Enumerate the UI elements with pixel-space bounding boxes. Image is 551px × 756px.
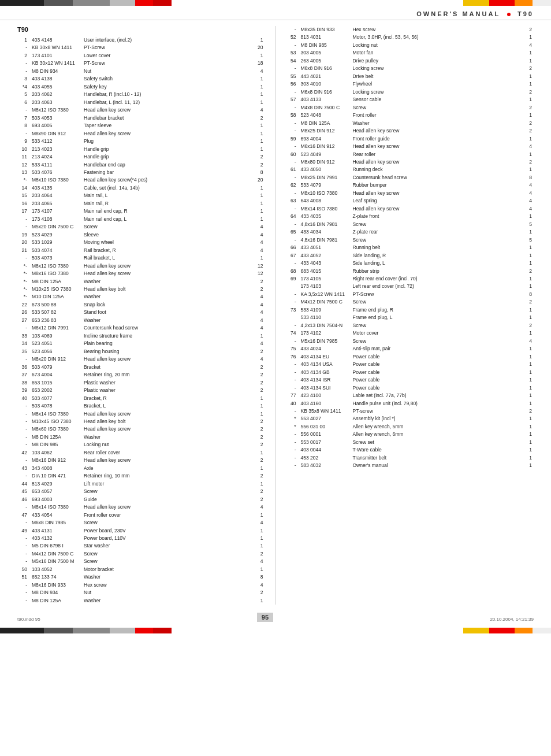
part-num: 15 (17, 192, 30, 199)
part-num: 16 (17, 200, 30, 207)
table-row: 75 433 4024 Anti-slip mat, pair 1 (286, 345, 534, 353)
part-desc: Cable, set (incl. 14a, 14b) (82, 184, 254, 192)
part-desc: Screw (351, 338, 523, 345)
part-qty: 1 (522, 166, 534, 173)
table-row: - 453 202 Transmitter belt 1 (286, 454, 534, 462)
part-num: 27 (17, 317, 30, 324)
part-desc: Power cable (351, 369, 523, 376)
bar-bot-2 (44, 628, 73, 633)
table-row: - 553 0017 Screw set 1 (286, 439, 534, 446)
part-num: - (286, 298, 299, 306)
table-row: 73 533 4109 Frame end plug, R 1 (286, 306, 534, 314)
part-qty: 1 (254, 207, 265, 215)
bar-seg-2 (44, 0, 73, 6)
part-qty: 1 (522, 96, 534, 103)
part-desc: Power board, 230V (82, 527, 254, 535)
table-row: - M8 DIN 934 Nut 4 (17, 68, 265, 75)
part-number: M5x16 DIN 7500 M (30, 558, 82, 565)
table-row: 77 423 4100 Lable set (incl. 77a, 77b) 1 (286, 392, 534, 399)
part-desc: Plastic washer (82, 379, 254, 387)
footer: t90.indd 95 95 20.10.2004, 14:21:39 (0, 610, 551, 627)
table-row: - M8x90 DIN 912 Head allen key screw 1 (17, 130, 265, 138)
part-num: - (17, 355, 30, 363)
part-num: - (286, 260, 299, 267)
part-num: - (17, 130, 30, 138)
part-desc: Frame end plug, R (351, 306, 523, 314)
part-num: 73 (286, 306, 299, 314)
part-desc: Rubber bumper (351, 181, 523, 189)
part-number: 813 4031 (299, 34, 351, 41)
part-qty: 2 (522, 322, 534, 329)
part-qty: 1 (254, 465, 265, 472)
part-number: 213 4023 (30, 146, 82, 153)
table-row: * 553 4027 Assembly kit (incl *) 1 (286, 415, 534, 423)
part-number: 433 4052 (299, 252, 351, 260)
part-number: 433 4050 (299, 166, 351, 173)
part-qty: 1 (522, 369, 534, 376)
part-number: 433 4035 (299, 213, 351, 220)
part-desc: Incline structure frame (82, 332, 254, 340)
bar-bot-4 (110, 628, 135, 633)
part-number: M10x45 ISO 7380 (30, 418, 82, 425)
part-num: * (286, 423, 299, 431)
table-row: *- M10 DIN 125A Washer 4 (17, 293, 265, 301)
part-desc: Screw (351, 221, 523, 228)
table-row: 16 203 4065 Main rail, R 1 (17, 200, 265, 207)
part-qty: 1 (522, 415, 534, 423)
table-row: - 503 4073 Rail bracket, L 1 (17, 254, 265, 262)
part-number: 403 4133 (299, 96, 351, 103)
bar-seg-4 (110, 0, 135, 6)
part-num: - (17, 433, 30, 441)
part-qty: 1 (522, 73, 534, 80)
part-qty: 2 (254, 153, 265, 161)
part-number: M8x90 DIN 912 (30, 130, 82, 138)
part-num: - (286, 407, 299, 415)
table-row: 51 652 133 74 Washer 8 (17, 573, 265, 581)
part-num: - (286, 221, 299, 228)
part-desc: Head allen key screw(*4 pcs) (82, 176, 254, 184)
part-number: 173 4107 (30, 207, 82, 215)
part-desc: Flywheel (351, 80, 523, 88)
part-desc: Screw (82, 488, 254, 495)
part-number: M8x10 ISO 7380 (299, 190, 351, 197)
part-desc: PT-Screw (82, 44, 254, 51)
part-number: 533 4111 (30, 161, 82, 169)
part-num: - (17, 558, 30, 565)
part-num: - (17, 597, 30, 605)
table-row: 68 683 4015 Rubber strip 2 (286, 268, 534, 275)
part-desc: Front roller cover (82, 512, 254, 519)
table-row: - M8x14 ISO 7380 Head allen key screw 1 (17, 410, 265, 418)
part-desc: Right rear end cover (incl. 70) (351, 275, 523, 283)
part-desc: PT-Screw (351, 291, 523, 298)
part-number: 653 2002 (30, 387, 82, 394)
part-number: 403 4131 (30, 527, 82, 535)
table-row: - 4,2x13 DIN 7504-N Screw 2 (286, 322, 534, 329)
part-number: 533 4110 (299, 314, 351, 321)
part-qty: 1 (522, 400, 534, 407)
part-qty: 2 (522, 88, 534, 96)
part-number: 693 4004 (299, 135, 351, 143)
part-num: *- (17, 270, 30, 277)
part-number: 443 4021 (299, 73, 351, 80)
part-qty: 2 (522, 158, 534, 166)
table-row: - M8 DIN 985 Locking nut 2 (17, 441, 265, 449)
part-qty: 1 (254, 91, 265, 98)
part-number: M8x20 DIN 912 (30, 355, 82, 363)
part-qty: 4 (522, 338, 534, 345)
part-num: 60 (286, 151, 299, 158)
part-desc: Moving wheel (82, 239, 254, 246)
part-qty: 8 (254, 573, 265, 581)
part-desc: Handlebar, L (incl. 11, 12) (82, 99, 254, 106)
part-num: - (17, 410, 30, 418)
part-desc: Head allen key screw (82, 457, 254, 464)
part-num: - (17, 441, 30, 449)
part-num: 56 (286, 80, 299, 88)
part-desc: Lable set (incl. 77a, 77b) (351, 392, 523, 399)
part-num: 5 (17, 91, 30, 98)
part-num: - (286, 143, 299, 150)
part-number: 343 4008 (30, 465, 82, 472)
part-number: M6x8 DIN 916 (299, 88, 351, 96)
part-num: 3 (17, 75, 30, 83)
part-desc: Rear roller cover (82, 449, 254, 457)
part-desc: Motor cover (351, 329, 523, 337)
